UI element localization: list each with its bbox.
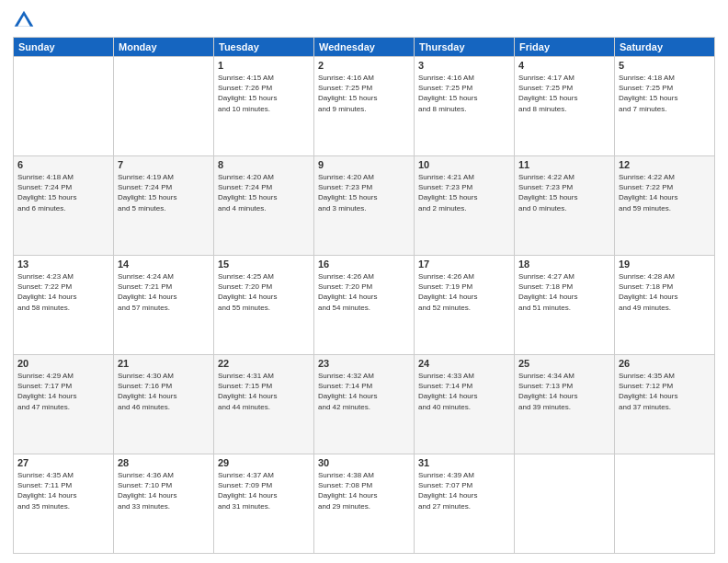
day-info: Sunrise: 4:29 AM Sunset: 7:17 PM Dayligh… [17, 371, 109, 412]
day-number: 28 [118, 457, 210, 468]
calendar-day-header: Friday [515, 38, 615, 57]
day-info: Sunrise: 4:26 AM Sunset: 7:19 PM Dayligh… [418, 271, 510, 313]
calendar-day-cell: 21Sunrise: 4:30 AM Sunset: 7:16 PM Dayli… [114, 355, 214, 454]
calendar-day-cell: 16Sunrise: 4:26 AM Sunset: 7:20 PM Dayli… [314, 256, 415, 355]
day-info: Sunrise: 4:16 AM Sunset: 7:25 PM Dayligh… [418, 73, 510, 114]
day-number: 19 [619, 259, 711, 270]
calendar-day-cell: 2Sunrise: 4:16 AM Sunset: 7:25 PM Daylig… [314, 57, 415, 156]
calendar-week-row: 13Sunrise: 4:23 AM Sunset: 7:22 PM Dayli… [14, 256, 715, 355]
day-info: Sunrise: 4:33 AM Sunset: 7:14 PM Dayligh… [418, 371, 510, 412]
day-number: 16 [318, 259, 410, 270]
day-info: Sunrise: 4:31 AM Sunset: 7:15 PM Dayligh… [218, 371, 310, 412]
calendar-day-cell: 5Sunrise: 4:18 AM Sunset: 7:25 PM Daylig… [615, 57, 715, 156]
day-number: 9 [318, 159, 410, 170]
calendar-day-cell [114, 57, 214, 156]
day-info: Sunrise: 4:35 AM Sunset: 7:12 PM Dayligh… [619, 371, 711, 412]
calendar-day-cell: 7Sunrise: 4:19 AM Sunset: 7:24 PM Daylig… [114, 156, 214, 256]
day-number: 24 [418, 358, 510, 369]
day-number: 3 [418, 60, 510, 71]
day-number: 4 [518, 60, 610, 71]
day-info: Sunrise: 4:28 AM Sunset: 7:18 PM Dayligh… [619, 271, 711, 313]
day-info: Sunrise: 4:15 AM Sunset: 7:26 PM Dayligh… [218, 73, 310, 114]
day-info: Sunrise: 4:19 AM Sunset: 7:24 PM Dayligh… [118, 172, 210, 213]
day-info: Sunrise: 4:18 AM Sunset: 7:25 PM Dayligh… [619, 73, 711, 114]
calendar-day-cell: 13Sunrise: 4:23 AM Sunset: 7:22 PM Dayli… [14, 256, 114, 355]
calendar-day-header: Sunday [14, 38, 114, 57]
day-info: Sunrise: 4:32 AM Sunset: 7:14 PM Dayligh… [318, 371, 410, 412]
day-info: Sunrise: 4:21 AM Sunset: 7:23 PM Dayligh… [418, 172, 510, 213]
calendar-day-cell: 8Sunrise: 4:20 AM Sunset: 7:24 PM Daylig… [214, 156, 314, 256]
day-info: Sunrise: 4:24 AM Sunset: 7:21 PM Dayligh… [118, 271, 210, 313]
calendar-day-cell: 23Sunrise: 4:32 AM Sunset: 7:14 PM Dayli… [314, 355, 415, 454]
calendar-day-cell: 24Sunrise: 4:33 AM Sunset: 7:14 PM Dayli… [415, 355, 515, 454]
day-number: 12 [619, 159, 711, 170]
day-number: 25 [518, 358, 610, 369]
day-number: 1 [218, 60, 310, 71]
day-info: Sunrise: 4:18 AM Sunset: 7:24 PM Dayligh… [17, 172, 109, 213]
day-info: Sunrise: 4:23 AM Sunset: 7:22 PM Dayligh… [17, 271, 109, 313]
day-info: Sunrise: 4:39 AM Sunset: 7:07 PM Dayligh… [418, 470, 510, 511]
calendar-day-cell: 28Sunrise: 4:36 AM Sunset: 7:10 PM Dayli… [114, 454, 214, 554]
calendar-day-cell: 18Sunrise: 4:27 AM Sunset: 7:18 PM Dayli… [515, 256, 615, 355]
day-number: 8 [218, 159, 310, 170]
calendar-day-cell: 14Sunrise: 4:24 AM Sunset: 7:21 PM Dayli… [114, 256, 214, 355]
calendar-day-cell [14, 57, 114, 156]
calendar-day-cell: 26Sunrise: 4:35 AM Sunset: 7:12 PM Dayli… [615, 355, 715, 454]
day-info: Sunrise: 4:22 AM Sunset: 7:23 PM Dayligh… [518, 172, 610, 213]
calendar-week-row: 27Sunrise: 4:35 AM Sunset: 7:11 PM Dayli… [14, 454, 715, 554]
day-info: Sunrise: 4:20 AM Sunset: 7:23 PM Dayligh… [318, 172, 410, 213]
logo [13, 9, 39, 31]
calendar-header-row: SundayMondayTuesdayWednesdayThursdayFrid… [14, 38, 715, 57]
day-info: Sunrise: 4:30 AM Sunset: 7:16 PM Dayligh… [118, 371, 210, 412]
calendar-day-header: Tuesday [214, 38, 314, 57]
day-info: Sunrise: 4:16 AM Sunset: 7:25 PM Dayligh… [318, 73, 410, 114]
day-number: 6 [17, 159, 109, 170]
day-number: 7 [118, 159, 210, 170]
day-info: Sunrise: 4:27 AM Sunset: 7:18 PM Dayligh… [518, 271, 610, 313]
calendar-day-header: Wednesday [314, 38, 415, 57]
day-number: 26 [619, 358, 711, 369]
day-number: 20 [17, 358, 109, 369]
header [13, 9, 715, 31]
day-number: 27 [17, 457, 109, 468]
calendar-day-cell: 3Sunrise: 4:16 AM Sunset: 7:25 PM Daylig… [415, 57, 515, 156]
calendar-day-cell: 12Sunrise: 4:22 AM Sunset: 7:22 PM Dayli… [615, 156, 715, 256]
calendar-day-cell: 15Sunrise: 4:25 AM Sunset: 7:20 PM Dayli… [214, 256, 314, 355]
calendar-day-cell: 31Sunrise: 4:39 AM Sunset: 7:07 PM Dayli… [415, 454, 515, 554]
calendar-day-cell: 17Sunrise: 4:26 AM Sunset: 7:19 PM Dayli… [415, 256, 515, 355]
calendar-day-cell: 1Sunrise: 4:15 AM Sunset: 7:26 PM Daylig… [214, 57, 314, 156]
day-number: 11 [518, 159, 610, 170]
day-info: Sunrise: 4:35 AM Sunset: 7:11 PM Dayligh… [17, 470, 109, 511]
calendar-day-cell: 22Sunrise: 4:31 AM Sunset: 7:15 PM Dayli… [214, 355, 314, 454]
calendar-week-row: 6Sunrise: 4:18 AM Sunset: 7:24 PM Daylig… [14, 156, 715, 256]
calendar-day-cell: 20Sunrise: 4:29 AM Sunset: 7:17 PM Dayli… [14, 355, 114, 454]
day-number: 22 [218, 358, 310, 369]
calendar-week-row: 1Sunrise: 4:15 AM Sunset: 7:26 PM Daylig… [14, 57, 715, 156]
day-info: Sunrise: 4:22 AM Sunset: 7:22 PM Dayligh… [619, 172, 711, 213]
calendar-day-header: Thursday [415, 38, 515, 57]
day-number: 15 [218, 259, 310, 270]
day-info: Sunrise: 4:20 AM Sunset: 7:24 PM Dayligh… [218, 172, 310, 213]
calendar-day-cell: 11Sunrise: 4:22 AM Sunset: 7:23 PM Dayli… [515, 156, 615, 256]
day-number: 5 [619, 60, 711, 71]
calendar-day-header: Monday [114, 38, 214, 57]
day-number: 31 [418, 457, 510, 468]
calendar-day-cell: 10Sunrise: 4:21 AM Sunset: 7:23 PM Dayli… [415, 156, 515, 256]
day-info: Sunrise: 4:37 AM Sunset: 7:09 PM Dayligh… [218, 470, 310, 511]
day-info: Sunrise: 4:17 AM Sunset: 7:25 PM Dayligh… [518, 73, 610, 114]
day-info: Sunrise: 4:38 AM Sunset: 7:08 PM Dayligh… [318, 470, 410, 511]
calendar-day-cell [615, 454, 715, 554]
calendar-day-cell [515, 454, 615, 554]
calendar-day-cell: 4Sunrise: 4:17 AM Sunset: 7:25 PM Daylig… [515, 57, 615, 156]
calendar-day-cell: 25Sunrise: 4:34 AM Sunset: 7:13 PM Dayli… [515, 355, 615, 454]
day-number: 13 [17, 259, 109, 270]
day-info: Sunrise: 4:26 AM Sunset: 7:20 PM Dayligh… [318, 271, 410, 313]
calendar-day-cell: 9Sunrise: 4:20 AM Sunset: 7:23 PM Daylig… [314, 156, 415, 256]
day-number: 21 [118, 358, 210, 369]
calendar-day-cell: 19Sunrise: 4:28 AM Sunset: 7:18 PM Dayli… [615, 256, 715, 355]
calendar-week-row: 20Sunrise: 4:29 AM Sunset: 7:17 PM Dayli… [14, 355, 715, 454]
calendar-day-cell: 27Sunrise: 4:35 AM Sunset: 7:11 PM Dayli… [14, 454, 114, 554]
day-number: 14 [118, 259, 210, 270]
logo-icon [13, 9, 35, 31]
day-number: 30 [318, 457, 410, 468]
